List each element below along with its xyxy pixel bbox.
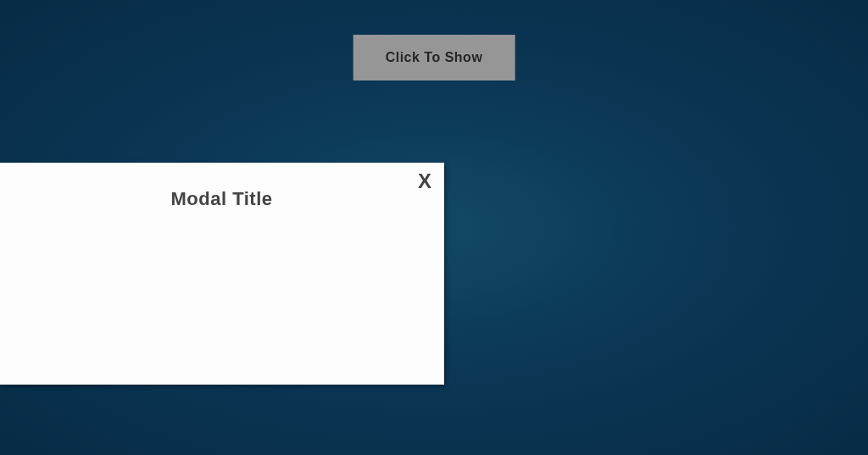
modal-title: Modal Title xyxy=(0,188,443,210)
modal-dialog: X Modal Title xyxy=(0,163,444,385)
